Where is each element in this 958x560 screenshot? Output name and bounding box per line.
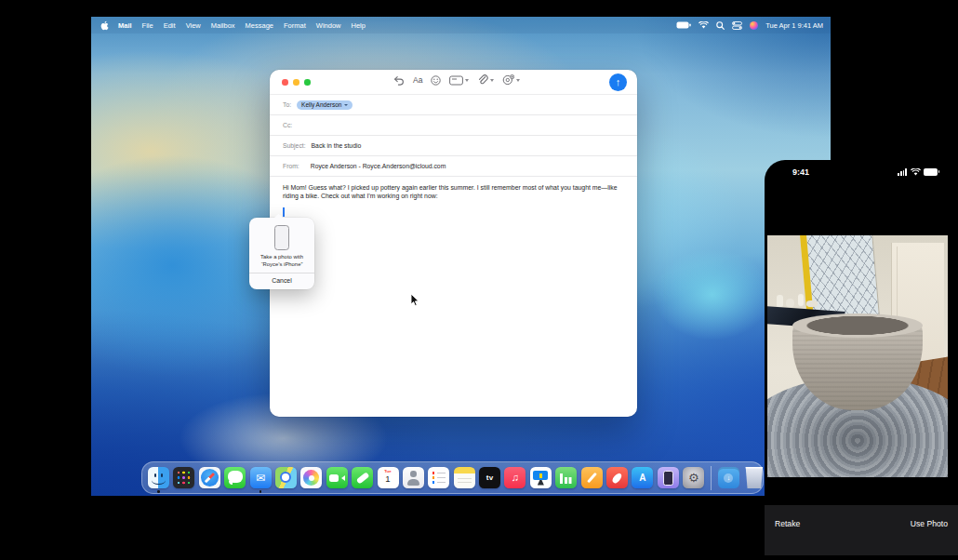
dock-facetime-icon[interactable]: [326, 467, 348, 488]
app-store-glyph: A: [639, 473, 645, 483]
dock-pages-icon[interactable]: [581, 467, 603, 488]
iphone-clock: 9:41: [792, 167, 809, 177]
chevron-down-icon: [490, 79, 494, 82]
wifi-icon[interactable]: [699, 21, 709, 29]
attach-file-button[interactable]: [477, 74, 494, 86]
battery-icon[interactable]: [676, 21, 691, 29]
from-field[interactable]: From: Royce Anderson - Royce.Anderson@ic…: [270, 156, 637, 177]
dock-music-icon[interactable]: [504, 467, 526, 488]
compose-toolbar: Aa: [393, 74, 520, 86]
menu-item-view[interactable]: View: [186, 21, 201, 30]
camera-action-bar: Retake Use Photo: [765, 505, 958, 555]
dock-notes-icon[interactable]: [454, 467, 475, 488]
apple-menu[interactable]: [100, 20, 109, 31]
dock-safari-icon[interactable]: [199, 467, 220, 488]
header-fields-button[interactable]: [449, 75, 469, 86]
menu-item-help[interactable]: Help: [351, 21, 365, 30]
dock-contacts-icon[interactable]: [403, 467, 424, 488]
menu-bar-clock[interactable]: Tue Apr 1 9:41 AM: [765, 21, 823, 30]
dock-mail-icon[interactable]: [250, 467, 272, 488]
undo-button[interactable]: [393, 75, 405, 86]
zoom-window-button[interactable]: [304, 79, 311, 86]
ceramic-vase: [798, 294, 804, 306]
dock-launchpad-icon[interactable]: [173, 467, 194, 488]
dock-downloads-icon[interactable]: [718, 467, 739, 488]
emoji-button[interactable]: [431, 75, 441, 86]
dock-system-settings-icon[interactable]: [683, 467, 704, 488]
cancel-button[interactable]: Cancel: [249, 273, 314, 289]
clay-bowl-rim: [792, 313, 923, 338]
insert-photo-icon: [502, 74, 514, 86]
dock-keynote-icon[interactable]: [530, 467, 552, 488]
mail-compose-window: Aa ↑ To:: [270, 70, 637, 417]
cc-field[interactable]: Cc:: [270, 115, 637, 136]
minimize-window-button[interactable]: [293, 79, 299, 86]
format-button[interactable]: Aa: [413, 75, 422, 85]
from-value: Royce Anderson - Royce.Anderson@icloud.c…: [311, 163, 446, 169]
dock-numbers-icon[interactable]: [555, 467, 577, 488]
dock-trash-icon[interactable]: [743, 467, 765, 488]
recipient-token[interactable]: Kelly Anderson: [297, 100, 353, 110]
search-icon[interactable]: [716, 21, 725, 30]
dock-finder-icon[interactable]: [148, 467, 169, 488]
dock-reminders-icon[interactable]: [428, 467, 449, 488]
mouse-cursor: [410, 293, 419, 307]
header-fields-icon: [449, 75, 463, 86]
menu-item-mailbox[interactable]: Mailbox: [211, 21, 235, 30]
retake-button[interactable]: Retake: [775, 519, 800, 528]
dock-maps-icon[interactable]: [275, 467, 297, 488]
send-button[interactable]: ↑: [609, 73, 627, 91]
menu-item-file[interactable]: File: [142, 21, 153, 30]
dock-photos-icon[interactable]: [300, 467, 322, 488]
to-field[interactable]: To: Kelly Anderson: [270, 95, 637, 115]
window-titlebar: Aa ↑: [270, 70, 637, 94]
apple-logo-icon: [100, 20, 109, 31]
insert-photo-button[interactable]: [502, 74, 520, 86]
menu-item-mail[interactable]: Mail: [118, 21, 132, 30]
subject-field[interactable]: Subject: Back in the studio: [270, 136, 637, 156]
chevron-down-icon: [516, 79, 520, 82]
text-insertion-caret: [283, 207, 285, 217]
continuity-camera-popover: Take a photo with “Royce’s iPhone” Cance…: [249, 218, 314, 289]
menu-item-message[interactable]: Message: [246, 21, 273, 30]
undo-icon: [393, 75, 405, 86]
battery-icon: [924, 168, 938, 176]
menu-bar: Mail File Edit View Mailbox Message Form…: [91, 17, 831, 33]
dock-apple-tv-icon[interactable]: tv: [479, 467, 500, 488]
siri-icon[interactable]: [750, 21, 758, 30]
iphone-status-bar: 9:41: [765, 160, 958, 184]
subject-label: Subject:: [283, 142, 306, 149]
close-window-button[interactable]: [282, 79, 288, 86]
dock: Tue1 tv A: [141, 461, 764, 494]
dock-messages-icon[interactable]: [224, 467, 246, 488]
from-label: From:: [283, 163, 299, 169]
use-photo-button[interactable]: Use Photo: [911, 519, 948, 528]
chevron-down-icon: [465, 79, 469, 82]
message-body-editor[interactable]: Hi Mom! Guess what? I picked up pottery …: [270, 177, 637, 223]
iphone-outline-icon: [274, 225, 289, 250]
ceramic-vase: [777, 295, 783, 307]
tv-glyph: tv: [486, 473, 494, 482]
cc-label: Cc:: [283, 122, 292, 128]
screen: Mail File Edit View Mailbox Message Form…: [0, 0, 958, 560]
running-indicator: [157, 490, 159, 492]
chevron-down-icon: [344, 104, 348, 106]
menu-item-format[interactable]: Format: [284, 21, 306, 30]
ceramic-vase: [786, 299, 794, 307]
recipient-name: Kelly Anderson: [301, 101, 341, 108]
control-center-icon[interactable]: [732, 21, 742, 30]
popover-text-line1: Take a photo with: [253, 254, 311, 261]
dock-iphone-mirroring-icon[interactable]: [658, 467, 679, 488]
dock-rocket-app-icon[interactable]: [606, 467, 628, 488]
dock-divider: [711, 466, 712, 490]
dock-phone-icon[interactable]: [352, 467, 373, 488]
dock-calendar-icon[interactable]: Tue1: [378, 467, 399, 488]
subject-value: Back in the studio: [312, 142, 362, 149]
camera-preview-photo: [767, 235, 948, 477]
calendar-day: 1: [378, 474, 399, 484]
menu-item-edit[interactable]: Edit: [164, 21, 176, 30]
dock-app-store-icon[interactable]: A: [632, 467, 653, 488]
to-label: To:: [283, 101, 291, 108]
menu-item-window[interactable]: Window: [316, 21, 341, 30]
running-indicator: [259, 490, 261, 492]
